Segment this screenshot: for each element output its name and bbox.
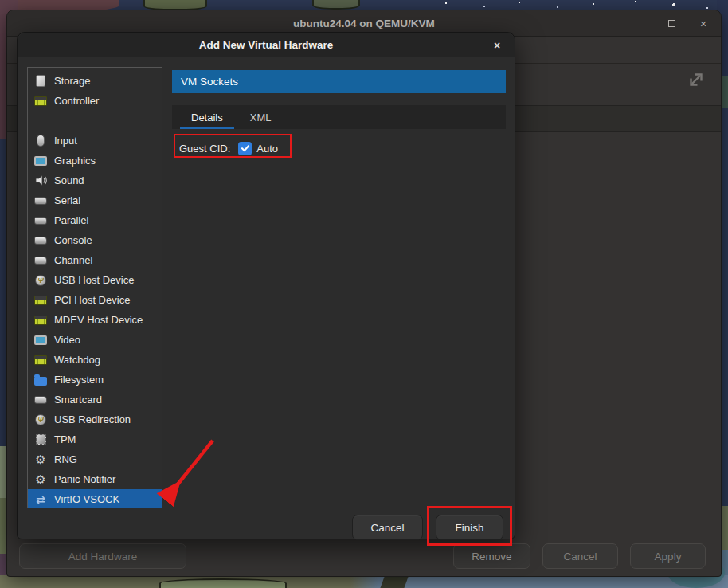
remove-button[interactable]: Remove xyxy=(453,543,530,569)
sidebar-empty-row xyxy=(28,111,162,131)
dialog-cancel-label: Cancel xyxy=(370,522,404,534)
maximize-button[interactable] xyxy=(665,18,678,30)
tab-xml[interactable]: XML xyxy=(237,105,285,129)
sidebar-item-tpm[interactable]: TPM xyxy=(28,429,162,449)
wallpaper-bottom-edge xyxy=(0,575,728,588)
guest-cid-label: Guest CID: xyxy=(179,143,230,155)
window-title: ubuntu24.04 on QEMU/KVM xyxy=(293,18,435,29)
sidebar-item-channel[interactable]: Channel xyxy=(28,250,162,270)
sidebar-item-serial[interactable]: Serial xyxy=(28,190,162,210)
speaker-icon xyxy=(33,174,48,188)
sidebar-item-usb-redirection[interactable]: Ψ USB Redirection xyxy=(28,410,162,429)
fullscreen-expand-icon[interactable] xyxy=(684,68,708,92)
serial-device-icon xyxy=(33,253,48,268)
detail-tabbar: Details XML xyxy=(172,105,506,129)
add-hardware-dialog: Add New Virtual Hardware × Storage Contr… xyxy=(17,32,515,539)
sidebar-item-sound[interactable]: Sound xyxy=(28,171,162,190)
serial-device-icon xyxy=(33,194,48,208)
usb-icon: Ψ xyxy=(33,413,48,427)
serial-device-icon xyxy=(33,214,48,228)
window-cancel-button[interactable]: Cancel xyxy=(542,543,618,569)
minimize-button[interactable]: – xyxy=(633,18,646,30)
mouse-icon xyxy=(33,134,48,148)
remove-label: Remove xyxy=(472,551,511,563)
window-cancel-label: Cancel xyxy=(563,551,597,563)
chip-icon xyxy=(33,353,48,367)
wallpaper-shape xyxy=(159,578,287,588)
sidebar-item-smartcard[interactable]: Smartcard xyxy=(28,390,162,410)
monitor-icon xyxy=(33,333,48,347)
hardware-type-list: Storage Controller Input Graphics Sound … xyxy=(27,67,162,508)
sidebar-item-input[interactable]: Input xyxy=(28,131,162,151)
apply-button[interactable]: Apply xyxy=(630,543,706,569)
serial-device-icon xyxy=(33,393,48,407)
folder-icon xyxy=(33,373,48,387)
tpm-chip-icon xyxy=(33,433,48,447)
maximize-icon xyxy=(668,20,675,27)
finish-label: Finish xyxy=(455,522,483,534)
sidebar-item-mdev-host-device[interactable]: MDEV Host Device xyxy=(28,310,162,330)
chip-icon xyxy=(33,313,48,327)
sidebar-item-video[interactable]: Video xyxy=(28,330,162,350)
guest-cid-row: Guest CID: Auto xyxy=(172,138,506,159)
gear-icon: ⚙ xyxy=(33,472,48,487)
window-controls: – × xyxy=(633,10,710,37)
bidirectional-arrows-icon: ⇄ xyxy=(33,492,48,507)
sidebar-item-storage[interactable]: Storage xyxy=(28,71,162,91)
sidebar-item-graphics[interactable]: Graphics xyxy=(28,151,162,171)
dialog-cancel-button[interactable]: Cancel xyxy=(352,515,423,540)
auto-checkbox-label: Auto xyxy=(256,143,278,155)
wallpaper-shape xyxy=(312,0,360,10)
monitor-icon xyxy=(33,154,48,168)
dialog-close-button[interactable]: × xyxy=(488,33,506,57)
sidebar-item-pci-host-device[interactable]: PCI Host Device xyxy=(28,290,162,310)
close-button[interactable]: × xyxy=(697,18,710,30)
apply-label: Apply xyxy=(655,551,682,563)
finish-button[interactable]: Finish xyxy=(436,515,503,540)
sidebar-item-filesystem[interactable]: Filesystem xyxy=(28,370,162,390)
usb-icon: Ψ xyxy=(33,273,48,288)
sidebar-item-parallel[interactable]: Parallel xyxy=(28,210,162,230)
sidebar-item-controller[interactable]: Controller xyxy=(28,91,162,111)
dialog-title: Add New Virtual Hardware xyxy=(199,39,334,51)
sidebar-item-rng[interactable]: ⚙ RNG xyxy=(28,449,162,469)
serial-device-icon xyxy=(33,233,48,248)
panel-header-label: VM Sockets xyxy=(181,76,238,88)
sidebar-item-console[interactable]: Console xyxy=(28,230,162,250)
add-hardware-label: Add Hardware xyxy=(68,551,137,563)
sidebar-item-panic-notifier[interactable]: ⚙ Panic Notifier xyxy=(28,469,162,489)
wallpaper-shape xyxy=(380,577,408,588)
chip-icon xyxy=(33,293,48,308)
sidebar-item-usb-host-device[interactable]: Ψ USB Host Device xyxy=(28,270,162,290)
panel-header: VM Sockets xyxy=(172,70,506,93)
auto-checkbox[interactable] xyxy=(238,142,252,155)
hardware-detail-panel: VM Sockets Details XML Guest CID: Auto xyxy=(172,70,506,159)
checkmark-icon xyxy=(241,143,250,153)
chip-icon xyxy=(33,94,48,108)
dialog-titlebar[interactable]: Add New Virtual Hardware × xyxy=(18,33,515,57)
sidebar-item-virtio-vsock[interactable]: ⇄ VirtIO VSOCK xyxy=(28,489,162,508)
add-hardware-button[interactable]: Add Hardware xyxy=(19,543,186,569)
tab-details[interactable]: Details xyxy=(178,105,237,129)
gear-icon: ⚙ xyxy=(33,453,48,467)
disk-icon xyxy=(33,74,48,88)
sidebar-item-watchdog[interactable]: Watchdog xyxy=(28,350,162,370)
